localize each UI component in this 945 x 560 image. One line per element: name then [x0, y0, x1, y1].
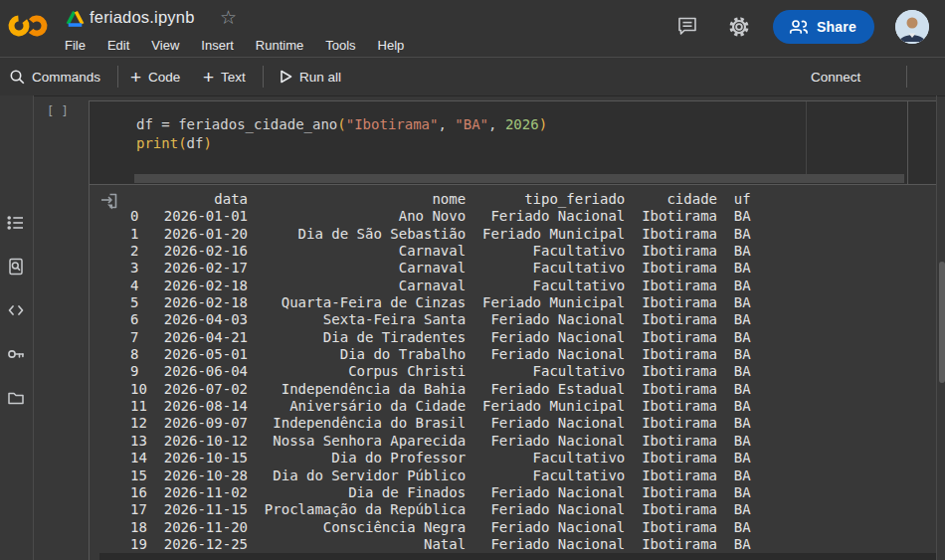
files-folder-icon[interactable] — [7, 389, 25, 407]
add-code-button[interactable]: + Code — [130, 58, 180, 95]
add-text-label: Text — [221, 70, 246, 85]
run-cell-button[interactable]: [ ] — [47, 104, 69, 118]
star-icon[interactable]: ☆ — [220, 6, 237, 29]
menu-insert[interactable]: Insert — [201, 38, 234, 53]
menu-tools[interactable]: Tools — [325, 38, 355, 53]
notebook-title[interactable]: feriados.ipynb — [90, 8, 195, 27]
connect-label: Connect — [811, 70, 860, 85]
commands-label: Commands — [32, 70, 100, 85]
scrollbar-track-border — [936, 95, 937, 560]
code-snippets-icon[interactable] — [7, 301, 25, 319]
drive-icon — [66, 10, 85, 27]
plus-icon: + — [130, 68, 141, 87]
plus-icon: + — [203, 68, 214, 87]
output-dropdown-triangle — [107, 205, 112, 210]
toolbar-divider — [263, 66, 264, 88]
editor-column-ruler — [806, 101, 807, 174]
output-toggle-icon[interactable] — [100, 192, 118, 210]
code-content[interactable]: df = feriados_cidade_ano("Ibotirama", "B… — [136, 115, 547, 153]
output-hscrollbar-track[interactable] — [99, 553, 936, 560]
notebook-toolbar: Commands + Code + Text Run all Connect — [0, 58, 945, 96]
share-button[interactable]: Share — [773, 10, 874, 44]
header-bar: feriados.ipynb ☆ File Edit View Insert R… — [0, 0, 945, 58]
avatar[interactable] — [895, 10, 929, 44]
editor-hscrollbar-thumb[interactable] — [134, 174, 904, 183]
play-icon — [280, 70, 292, 84]
comment-icon[interactable] — [676, 15, 698, 37]
editor-scrollbar-gutter-border — [907, 101, 908, 184]
find-and-replace-icon[interactable] — [7, 258, 25, 276]
connect-button[interactable]: Connect — [811, 58, 860, 95]
toolbar-divider — [906, 66, 907, 88]
commands-button[interactable]: Commands — [10, 58, 100, 95]
colab-logo — [8, 8, 48, 44]
menu-bar: File Edit View Insert Runtime Tools Help — [65, 34, 404, 57]
dataframe-output-text: data nome tipo_feriado cidade uf 0 2026-… — [130, 191, 751, 553]
add-code-label: Code — [148, 70, 180, 85]
search-icon — [10, 70, 25, 85]
menu-runtime[interactable]: Runtime — [256, 38, 303, 53]
avatar-photo — [895, 10, 929, 44]
menu-help[interactable]: Help — [378, 38, 405, 53]
menu-file[interactable]: File — [65, 38, 86, 53]
left-sidebar — [0, 95, 34, 560]
people-icon — [788, 17, 809, 37]
toolbar-divider — [117, 66, 118, 88]
menu-edit[interactable]: Edit — [107, 38, 129, 53]
table-of-contents-icon[interactable] — [7, 214, 25, 232]
notebook-vscrollbar-thumb[interactable] — [939, 262, 945, 383]
run-all-label: Run all — [299, 70, 341, 85]
colab-app: feriados.ipynb ☆ File Edit View Insert R… — [0, 0, 945, 560]
share-label: Share — [817, 19, 856, 35]
run-all-button[interactable]: Run all — [280, 58, 341, 95]
settings-gear-icon[interactable] — [727, 15, 751, 39]
add-text-button[interactable]: + Text — [203, 58, 246, 95]
secrets-key-icon[interactable] — [7, 345, 25, 363]
menu-view[interactable]: View — [151, 38, 179, 53]
